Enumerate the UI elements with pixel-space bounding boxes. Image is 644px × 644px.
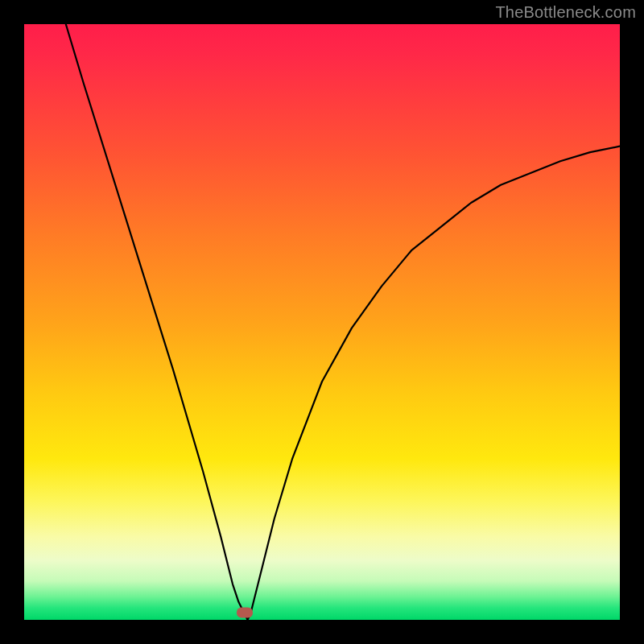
curve-layer — [24, 24, 620, 620]
bottleneck-curve — [66, 24, 620, 620]
watermark-text: TheBottleneck.com — [495, 3, 636, 22]
minimum-marker — [237, 608, 253, 618]
plot-area — [24, 24, 620, 620]
chart-frame: TheBottleneck.com — [0, 0, 644, 644]
